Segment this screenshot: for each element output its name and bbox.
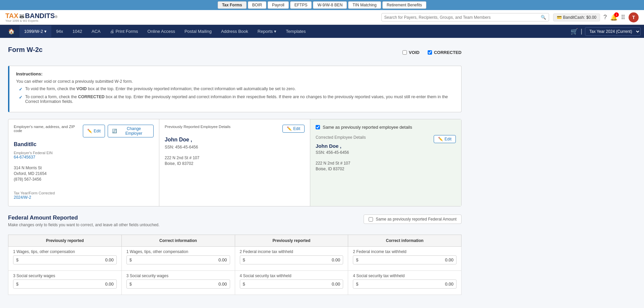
federal-section-subtitle: Make changes only to fields you want to …	[8, 223, 160, 227]
tax-year-select[interactable]: Tax Year 2024 (Current)	[585, 27, 641, 36]
field-1-correct-group: 1 Wages, tips, other compensation $	[126, 249, 230, 264]
nav-1099-w2[interactable]: 1099/W-2 ▾	[19, 25, 51, 37]
employer-tax-year-label: Tax Year/Form Corrected	[14, 191, 154, 195]
bandit-cash-label: BanditCash:	[563, 15, 585, 20]
corrected-edit-button[interactable]: ✏️ Edit	[434, 135, 456, 143]
help-button[interactable]: ?	[603, 14, 607, 21]
field-4-prev-input[interactable]	[247, 282, 340, 287]
corrected-checkbox[interactable]	[428, 50, 432, 55]
table-row-1: 1 Wages, tips, other compensation $ 1 Wa…	[8, 247, 462, 271]
notifications-button[interactable]: 🔔 1	[610, 14, 618, 21]
field-3-prev-group: 3 Social security wages $	[13, 273, 117, 289]
nav-templates[interactable]: Templates	[281, 25, 310, 37]
field-2-correct-group: 2 Federal income tax withheld $	[353, 249, 457, 264]
same-amount-button[interactable]: Same as previously reported Federal Amou…	[364, 214, 462, 224]
col-prev-reported-1: Previously reported	[8, 235, 122, 247]
dollar-sign-2p: $	[243, 257, 245, 262]
header-actions: 💳 BanditCash: $0.00 ? 🔔 1 ⠿ T	[553, 12, 639, 22]
cards-row: Employer's name, address, and ZIP code ✏…	[8, 119, 462, 206]
field-3-correct-group: 3 Social security wages $	[126, 273, 230, 289]
field-2-correct-input-wrap: $	[353, 255, 457, 264]
apps-button[interactable]: ⠿	[621, 14, 625, 21]
search-icon: 🔍	[541, 15, 546, 20]
employee-address2: Boise, ID 83702	[165, 161, 305, 166]
employee-ssn: SSN: 456-45-6456	[165, 145, 305, 149]
instructions-list: ✓ To void the form, check the VOID box a…	[16, 86, 454, 104]
field-4-prev: 4 Social security tax withheld $	[235, 271, 348, 295]
nav-address-book[interactable]: Address Book	[216, 25, 253, 37]
void-checkbox[interactable]	[402, 50, 407, 55]
cart-icon[interactable]: 🛒	[571, 28, 578, 35]
corrected-card: Same as previously reported employee det…	[310, 119, 461, 206]
employer-address1: 314 N Morris St	[14, 166, 154, 170]
wallet-icon: 💳	[557, 15, 562, 20]
field-2-prev-label: 2 Federal income tax withheld	[240, 249, 343, 254]
home-button[interactable]: 🏠	[3, 25, 19, 38]
field-3-prev-input-wrap: $	[13, 280, 117, 289]
dollar-sign-2c: $	[356, 257, 358, 262]
field-3-prev-input[interactable]	[20, 282, 114, 287]
form-title: Form W-2c	[8, 46, 43, 54]
nav-1042[interactable]: 1042	[68, 25, 87, 37]
header: TAX🦝BANDITS® Your 1099 & W2 Experts 🔍 💳 …	[0, 10, 644, 25]
field-1-prev: 1 Wages, tips, other compensation $	[8, 247, 122, 271]
federal-section-title: Federal Amount Reported	[8, 214, 160, 221]
field-3-correct-label: 3 Social security wages	[126, 273, 230, 278]
field-1-correct-input[interactable]	[133, 257, 227, 262]
edit-icon-emp: ✏️	[287, 126, 292, 131]
field-3-correct: 3 Social security wages $	[121, 271, 235, 295]
field-4-correct-group: 4 Social security tax withheld $	[353, 273, 457, 289]
employer-phone: (878) 567-3456	[14, 177, 154, 182]
top-nav-eftps[interactable]: EFTPS	[290, 1, 312, 9]
amount-table: Previously reported Correct information …	[8, 235, 462, 295]
nav-reports[interactable]: Reports ▾	[253, 25, 281, 37]
instruction-2: ✓ To correct a form, check the CORRECTED…	[19, 95, 454, 104]
field-2-correct-input[interactable]	[360, 257, 453, 262]
field-1-correct-input-wrap: $	[126, 255, 230, 264]
federal-amount-section: Federal Amount Reported Make changes onl…	[8, 214, 462, 295]
nav-aca[interactable]: ACA	[87, 25, 105, 37]
dollar-sign-4p: $	[243, 282, 245, 287]
bandit-cash: 💳 BanditCash: $0.00	[553, 13, 600, 21]
field-4-correct: 4 Social security tax withheld $	[348, 271, 462, 295]
secondary-nav: 🏠 1099/W-2 ▾ 94x 1042 ACA 🖨 Print Forms …	[0, 25, 644, 38]
instructions-intro: You can either void or correct a previou…	[16, 79, 454, 84]
field-2-prev-input-wrap: $	[240, 255, 343, 264]
field-2-prev-input[interactable]	[247, 257, 340, 262]
field-1-correct: 1 Wages, tips, other compensation $	[121, 247, 235, 271]
col-prev-reported-2: Previously reported	[235, 235, 348, 247]
instructions-box: Instructions: You can either void or cor…	[8, 66, 462, 112]
top-nav-boir[interactable]: BOIR	[248, 1, 266, 9]
search-input[interactable]	[384, 15, 541, 20]
top-nav-w9[interactable]: W-9/W-8 BEN	[313, 1, 347, 9]
employee-address1: 222 N 2nd St # 107	[165, 156, 305, 160]
field-1-prev-input[interactable]	[20, 257, 114, 262]
field-4-prev-group: 4 Social security tax withheld $	[240, 273, 343, 289]
change-employer-button[interactable]: 🔄 Change Employer	[108, 125, 154, 137]
table-row-2: 3 Social security wages $ 3 Social secur…	[8, 271, 462, 295]
field-3-correct-input[interactable]	[133, 282, 227, 287]
void-text: VOID	[409, 50, 420, 55]
top-nav-retirement[interactable]: Retirement Benefits	[382, 1, 426, 9]
nav-print-forms[interactable]: 🖨 Print Forms	[105, 25, 143, 37]
nav-postal-mailing[interactable]: Postal Mailing	[180, 25, 216, 37]
top-nav-payroll[interactable]: Payroll	[268, 1, 289, 9]
corrected-label[interactable]: CORRECTED	[428, 50, 462, 55]
field-4-correct-input[interactable]	[360, 282, 453, 287]
same-as-checkbox[interactable]	[316, 125, 320, 129]
employer-card-header: Employer's name, address, and ZIP code ✏…	[14, 125, 154, 141]
nav-right: 🛒 | Tax Year 2024 (Current)	[571, 27, 641, 36]
search-bar[interactable]: 🔍	[381, 13, 549, 21]
employee-edit-button[interactable]: ✏️ Edit	[282, 125, 305, 133]
same-amount-checkbox[interactable]	[369, 217, 373, 222]
nav-94x[interactable]: 94x	[51, 25, 68, 37]
top-nav-tax-forms[interactable]: Tax Forms	[218, 1, 247, 9]
employer-tax-year: 2024/W-2	[14, 195, 154, 200]
top-nav-tin[interactable]: TIN Matching	[348, 1, 381, 9]
edit-icon: ✏️	[87, 129, 92, 133]
col-correct-info-1: Correct information	[121, 235, 235, 247]
employer-edit-button[interactable]: ✏️ Edit	[83, 125, 105, 137]
nav-online-access[interactable]: Online Access	[143, 25, 180, 37]
void-label[interactable]: VOID	[402, 50, 420, 55]
void-corrected-section: VOID CORRECTED	[402, 50, 462, 55]
